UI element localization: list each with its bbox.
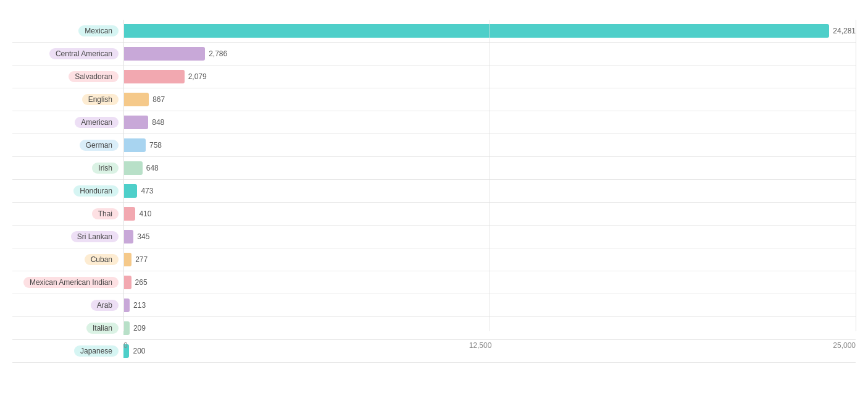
bar-row: Honduran473: [12, 180, 856, 203]
grid-line-0: [123, 20, 124, 331]
label-pill: Salvadoran: [69, 71, 119, 82]
label-pill: Central American: [49, 48, 119, 59]
bar-row: Salvadoran2,079: [12, 66, 856, 88]
bar-value: 277: [135, 255, 148, 264]
bar-label: Mexican: [12, 20, 123, 42]
label-pill: Japanese: [74, 345, 119, 357]
bar-fill: [123, 161, 143, 175]
bar-label: English: [12, 88, 123, 111]
bar-fill: [123, 138, 146, 152]
bar-value: 2,079: [188, 72, 207, 81]
bar-row: Italian209: [12, 317, 856, 340]
label-pill: English: [82, 94, 119, 105]
bar-fill: [123, 230, 133, 243]
bar-label: Sri Lankan: [12, 226, 123, 248]
bar-value: 2,786: [209, 49, 227, 58]
bar-label: Mexican American Indian: [12, 271, 123, 294]
bar-fill: [123, 116, 148, 129]
bar-row: Sri Lankan345: [12, 226, 856, 248]
bar-value: 213: [133, 301, 146, 310]
bar-label: Italian: [12, 317, 123, 339]
bar-label: Central American: [12, 43, 123, 65]
bar-value: 473: [141, 187, 153, 195]
bar-label: Honduran: [12, 180, 123, 202]
bar-value: 867: [152, 95, 165, 104]
x-axis-label: 0: [123, 341, 128, 350]
bar-value: 410: [139, 210, 151, 218]
label-pill: Arab: [91, 300, 119, 311]
bar-label: American: [12, 111, 123, 133]
bar-fill: [123, 253, 131, 266]
bar-fill: [123, 184, 137, 198]
x-axis-label: 25,000: [833, 341, 856, 350]
label-pill: Honduran: [73, 185, 119, 197]
bar-row: Mexican American Indian265: [12, 271, 856, 294]
x-axis-label: 12,500: [469, 341, 492, 350]
bar-row: German758: [12, 134, 856, 157]
chart-container: Mexican24,281Central American2,786Salvad…: [0, 0, 868, 398]
bar-fill: [123, 24, 829, 38]
bar-value: 209: [133, 324, 146, 332]
bar-row: American848: [12, 111, 856, 134]
bar-row: Cuban277: [12, 248, 856, 271]
bar-fill: [123, 207, 135, 221]
chart-area: Mexican24,281Central American2,786Salvad…: [12, 20, 856, 350]
bar-row: Irish648: [12, 157, 856, 180]
label-pill: Sri Lankan: [71, 231, 119, 242]
bar-value: 265: [135, 278, 148, 287]
grid-line-mid: [490, 20, 490, 331]
bar-row: Central American2,786: [12, 43, 856, 66]
label-pill: American: [75, 117, 119, 128]
bars-section: Mexican24,281Central American2,786Salvad…: [12, 20, 856, 331]
label-pill: Italian: [86, 323, 119, 334]
label-pill: Thai: [92, 208, 119, 219]
bar-label: German: [12, 134, 123, 156]
bar-value: 758: [149, 141, 162, 150]
bar-label: Thai: [12, 203, 123, 225]
bar-label: Cuban: [12, 248, 123, 271]
bar-label: Irish: [12, 157, 123, 179]
bar-label: Japanese: [12, 340, 123, 362]
bar-fill: [123, 47, 205, 61]
bar-value: 345: [137, 232, 149, 241]
bar-fill: [123, 298, 130, 312]
bar-label: Arab: [12, 294, 123, 316]
label-pill: Mexican American Indian: [23, 277, 119, 288]
bar-label: Salvadoran: [12, 66, 123, 88]
bar-fill: [123, 70, 185, 83]
bar-row: Arab213: [12, 294, 856, 317]
bar-row: Mexican24,281: [12, 20, 856, 43]
bar-value: 648: [146, 164, 159, 172]
bar-fill: [123, 93, 149, 106]
label-pill: Cuban: [85, 254, 119, 265]
grid-line-max: [856, 20, 856, 331]
bar-row: English867: [12, 88, 856, 111]
label-pill: Irish: [92, 163, 119, 174]
bar-fill: [123, 276, 131, 289]
x-axis: 012,50025,000: [123, 341, 856, 350]
bar-fill: [123, 321, 130, 335]
bar-value: 24,281: [833, 27, 856, 35]
bar-value: 848: [152, 118, 164, 127]
label-pill: Mexican: [78, 25, 119, 36]
label-pill: German: [80, 140, 119, 151]
bar-row: Thai410: [12, 203, 856, 226]
